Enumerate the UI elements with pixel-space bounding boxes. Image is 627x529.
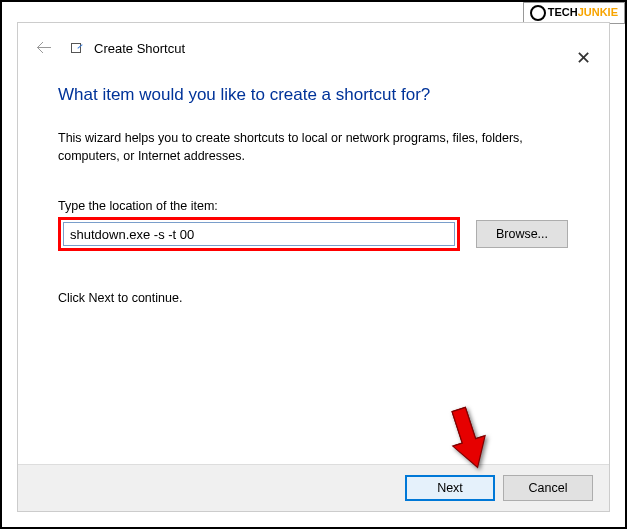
input-highlight xyxy=(58,217,460,251)
location-label: Type the location of the item: xyxy=(58,199,573,213)
close-icon[interactable]: ✕ xyxy=(576,47,591,69)
next-button[interactable]: Next xyxy=(405,475,495,501)
continue-text: Click Next to continue. xyxy=(58,291,573,305)
window-title: Create Shortcut xyxy=(94,41,185,56)
wizard-description: This wizard helps you to create shortcut… xyxy=(58,129,558,165)
watermark-logo: TECHJUNKIE xyxy=(523,2,625,24)
cancel-button[interactable]: Cancel xyxy=(503,475,593,501)
wizard-question: What item would you like to create a sho… xyxy=(58,85,573,105)
window-footer: Next Cancel xyxy=(18,464,609,511)
shortcut-icon xyxy=(70,42,82,54)
location-input[interactable] xyxy=(63,222,455,246)
window-body: What item would you like to create a sho… xyxy=(18,65,609,464)
logo-icon xyxy=(530,5,546,21)
create-shortcut-window: ✕ 🡠 Create Shortcut What item would you … xyxy=(17,22,610,512)
browse-button[interactable]: Browse... xyxy=(476,220,568,248)
back-arrow-icon[interactable]: 🡠 xyxy=(30,39,58,57)
window-header: 🡠 Create Shortcut xyxy=(18,23,609,65)
